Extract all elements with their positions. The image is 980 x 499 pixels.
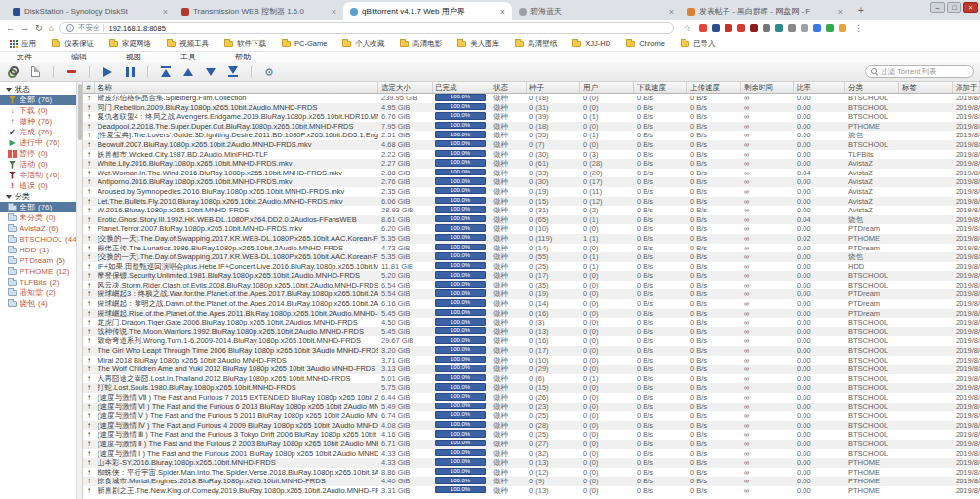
column-header-ratio[interactable]: 比率 [794,82,845,93]
delete-button[interactable] [64,65,78,79]
browser-tab[interactable]: DiskStation - Synology DiskSt × [6,2,175,20]
column-header-added[interactable]: 添加于 [953,82,980,93]
torrent-row[interactable]: ↑ Aroused.by.Gymnopedies.2016.BluRay.108… [83,187,980,197]
torrent-row[interactable]: ↑ [交换的一天].The.Day.of.Swapping.2017.KR.WE… [83,234,980,244]
sidebar-filter-item[interactable]: PTDream (5) [0,255,76,266]
column-header-users[interactable]: 用户 [580,82,634,93]
sidebar-filter-item[interactable]: 全部 (76) [0,202,76,212]
torrent-row[interactable]: ↑ 猩球崛起3：终极之战.War.for.the.Planet.of.the.A… [83,289,980,299]
torrent-row[interactable]: ↑ (速度与激情 Ⅱ ) The Fast and the Furious 2 … [83,440,980,449]
torrent-row[interactable]: ↑ 打蛇.Lost.Souls.1980.BluRay.1080p.x265.1… [83,383,980,393]
scrollbar-thumb[interactable] [78,84,82,140]
bookmark-item[interactable]: 仪表保证 [52,39,94,49]
column-header-status[interactable]: 状态 [490,82,527,93]
close-button[interactable]: × [963,2,978,13]
menu-工具[interactable]: 工具 [180,52,196,62]
torrent-row[interactable]: ↑ 复仇者联盟4：终局之战.Avengers.Endgame.2019.BluR… [83,112,980,122]
torrent-row[interactable]: ↑ IF+如果.田馥甄巡回演唱会plus.Hebe.IF+Concert.Liv… [83,262,980,272]
browser-menu-icon[interactable]: ⋮ [854,23,863,33]
torrent-filter-input[interactable] [881,67,970,76]
column-header-done[interactable]: 已完成 [433,82,490,93]
sidebar-filter-item[interactable]: ▶ 进行中 (76) [0,137,76,148]
torrent-row[interactable]: ↑ 致命弯道系列.Wrong.Turn.1-6.2009-2014.BluRay… [83,336,980,346]
torrent-row[interactable]: ↑ 癫佬正传.The.Lunatics.1986.BluRay.1080p.x2… [83,244,980,253]
torrent-row[interactable]: ↑ Erotic.Ghost.Story.III.1992.HK.WEB-DL.… [83,215,980,225]
torrent-row[interactable]: ↑ (速度与激情 Ⅰ ) The Fast and the Furious 20… [83,449,980,459]
torrent-row[interactable]: ↑ 同门.Rebellion.2009.BluRay.1080p.x265.10… [83,103,980,113]
column-header-name[interactable]: 名称 [95,82,378,93]
extension-icon[interactable] [750,24,758,32]
extension-icon[interactable] [737,24,745,32]
browser-tab[interactable]: Transmission WEB 控制器 1.6.0 × [175,2,343,20]
torrent-row[interactable]: ↑ (速度与激情 Ⅳ ) The Fast and Furious 4 2009… [83,421,980,431]
sidebar-filter-item[interactable]: BTSCHOOL (44) [0,234,76,245]
sidebar-filter-item[interactable]: 暂停 (0) [0,148,76,159]
sidebar-filter-item[interactable]: 烧包 (4) [0,298,76,309]
torrent-row[interactable]: ↑ [性爱宝典].The.Lovers'.Guide.3D.Igniting.D… [83,131,980,140]
torrent-row[interactable]: ↑ 风云决.Storm.Rider.Clash.of.Evils.2008.Bl… [83,281,980,290]
torrent-row[interactable]: ↑ The Girl Who Leapt Through Time 2006 B… [83,346,980,356]
torrent-row[interactable]: ↑ [交换的一天].The.Day.of.Swapping.2017.KR.WE… [83,252,980,262]
torrent-row[interactable]: ↑ Planet.Terror.2007.BluRay.1080p.x265.1… [83,224,980,234]
torrent-row[interactable]: ↑ (速度与激情 Ⅴ ) The Fast and the Furious 5 … [83,411,980,421]
bookmark-item[interactable]: 视频工具 [167,39,209,49]
tab-close-icon[interactable]: × [838,7,843,17]
extension-icon[interactable] [788,24,796,32]
menu-文件[interactable]: 文件 [17,52,32,62]
extension-icon[interactable] [826,24,834,32]
bookmark-item[interactable]: PC-Game [282,39,327,49]
forward-icon[interactable]: → [20,21,29,35]
sidebar-filter-item[interactable]: ! 错误 (0) [0,180,76,191]
bookmark-item[interactable]: 个人收藏 [342,39,384,49]
torrent-row[interactable]: ↑ (速度与激情 Ⅵ ) The Fast and the Furious 6 … [83,403,980,412]
column-header-eta[interactable]: 剩余时间 [741,82,794,93]
sidebar-section-header[interactable]: 状态 [0,84,76,95]
column-header-seeds[interactable]: 种子 [527,82,580,93]
torrent-filter-box[interactable] [865,65,974,78]
bookmark-apps[interactable]: 应用 [10,39,36,49]
torrent-row[interactable]: ↑ (速度与激情 Ⅲ ) The Fast and the Furious 3 … [83,430,980,440]
move-up-button[interactable] [181,65,195,79]
torrent-row[interactable]: ↑ The Wolf Children Ame and Yuki 2012 Bl… [83,365,980,374]
torrent-row[interactable]: ↑ Beowulf.2007.BluRay.1080p.x265.10bit.2… [83,140,980,150]
torrent-row[interactable]: ↑ 人再囧途之泰囧.Lost.In.Thailand.2012.BluRay.1… [83,374,980,384]
sidebar-filter-item[interactable]: 非活动 (76) [0,170,76,180]
add-link-button[interactable] [6,65,20,79]
column-header-size[interactable]: 选定大小 [378,82,433,93]
extension-icon[interactable] [763,24,770,32]
column-header-dl[interactable]: 下载速度 [634,82,687,93]
new-tab-button[interactable]: + [853,3,869,19]
extension-icon[interactable] [813,24,821,32]
torrent-row[interactable]: ↑ Mirai 2018 BluRay 1080p x265 10bit 3Au… [83,356,980,365]
torrent-row[interactable]: ↑ 山本彩-SY.2016.Bluray.1080p.x265.10bit.MN… [83,458,980,468]
torrent-row[interactable]: ↑ Deadpool.2.2018.The.Super.Duper.Cut.Bl… [83,122,980,132]
torrent-row[interactable]: ↑ 龙虎门.Dragon.Tiger.Gate.2006.BluRay.1080… [83,318,980,327]
torrent-row[interactable]: ↑ 猩球崛起.Rise.of.the.Planet.of.the.Apes.20… [83,309,980,319]
bookmark-item[interactable]: 家庭网络 [109,39,151,49]
torrent-row[interactable]: ↑ 摩登保镖.Security.Unlimited.1981.BluRay.10… [83,271,980,281]
bookmark-item[interactable]: 已导入 [681,39,716,49]
sidebar-filter-item[interactable]: AvistaZ (6) [0,223,76,234]
back-icon[interactable]: ← [6,21,15,35]
extension-icon[interactable] [712,24,720,32]
extension-icon[interactable] [775,24,783,32]
sidebar-filter-item[interactable]: 全部 (76) [0,95,76,105]
sidebar-filter-item[interactable]: 未分类 (0) [0,212,76,223]
torrent-row[interactable]: ↑ 战神传说.The.Moon.Warriors.1992.BluRay.108… [83,327,980,337]
address-input[interactable]: i 不安全 192.168.1.8:8085 [59,22,674,34]
move-top-button[interactable] [159,65,173,79]
bookmark-item[interactable]: 高清壁纸 [515,39,557,49]
torrent-row[interactable]: ↑ Let.The.Bullets.Fly.2010.Bluray.1080p.… [83,197,980,207]
bookmark-item[interactable]: 软件下载 [224,39,266,49]
menu-视图[interactable]: 视图 [126,52,141,62]
torrent-row[interactable]: ↑ 猩球崛起：黎明之战.Dawn.of.the.Planet.of.the.Ap… [83,299,980,309]
column-header-cat[interactable]: 分类 [845,82,899,93]
browser-tab[interactable]: 发表帖子 - 黑白群晖 - 网盘网 - F × [681,2,849,20]
torrent-row[interactable]: ↑ 新喜剧之王.The.New.King.of.Comedy.2019.BluR… [83,486,980,496]
column-header-tag[interactable]: 标签 [899,82,953,93]
extension-icon[interactable] [725,24,732,32]
reload-icon[interactable]: ↻ [35,21,43,35]
torrent-row[interactable]: ↑ 妖兽都市.Wicked.City.1987.BD.2Audio.MiniFH… [83,150,980,160]
bookmark-star-icon[interactable]: ☆ [684,23,691,33]
bookmark-item[interactable]: XJJ-HD [572,39,610,49]
